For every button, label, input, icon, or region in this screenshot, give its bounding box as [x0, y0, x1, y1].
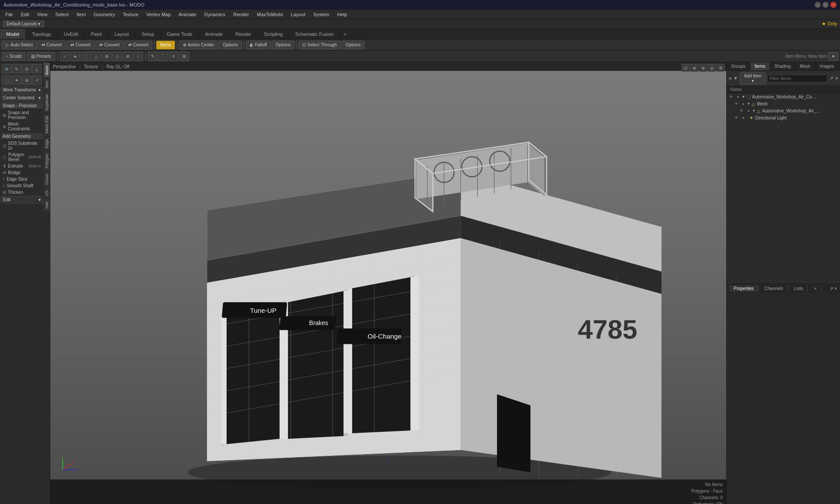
sculpt-tool-10[interactable]: ⌒ — [158, 52, 168, 61]
rpanel-tab-items[interactable]: Items — [750, 62, 770, 70]
rpanel-tab-mesh[interactable]: Mesh — [795, 62, 815, 70]
filter-icon[interactable]: ▼ — [733, 75, 738, 81]
rpanel-tab-images[interactable]: Images — [815, 62, 839, 70]
snaps-precision-button[interactable]: ⊞ Snaps and Precision — [1, 109, 43, 121]
item-expand-icon-1[interactable]: ▾ — [742, 94, 745, 99]
minimize-button[interactable]: − — [815, 2, 821, 8]
item-vis-2[interactable]: 👁 — [734, 101, 739, 106]
vtab-edge[interactable]: Edge — [44, 136, 50, 151]
btab-properties[interactable]: Properties — [729, 285, 759, 292]
vtab-item[interactable]: Item — [44, 77, 50, 91]
vtab-mesh-edit[interactable]: Mesh Edit — [44, 113, 50, 136]
tab-add-button[interactable]: + — [340, 29, 350, 39]
tab-schematic-fusion[interactable]: Schematic Fusion — [289, 29, 340, 39]
menu-render[interactable]: Render — [230, 11, 252, 18]
item-workshop-mesh[interactable]: 👁 ● ▾ △ Automotive_Workshop_Air_Conditio… — [737, 107, 840, 114]
close-button[interactable]: × — [830, 2, 836, 8]
convert4-button[interactable]: ⇄ Convert — [124, 41, 152, 49]
sculpt-tool-8[interactable]: ↕ — [133, 52, 143, 61]
tool-select3[interactable]: ⊛ — [22, 75, 32, 85]
sculpt-tool-11[interactable]: ≡ — [169, 52, 178, 61]
tool-move[interactable]: ⊕ — [2, 64, 11, 74]
sculpt-button[interactable]: ○ Sculpt — [2, 52, 26, 61]
vtab-duplicate[interactable]: Duplicate — [44, 91, 50, 113]
items-close-icon[interactable]: × — [835, 75, 838, 81]
sculpt-tool-7[interactable]: ⊗ — [123, 52, 133, 61]
item-expand-icon-2[interactable]: ▾ — [748, 102, 750, 106]
sculpt-tool-12[interactable]: ⊞ — [179, 52, 189, 61]
extrude-button[interactable]: ⬆ Extrude Shift+X — [1, 163, 43, 169]
vtab-polygon[interactable]: Polygon — [44, 151, 50, 171]
tool-scale[interactable]: ⊟ — [22, 64, 32, 74]
item-render-1[interactable]: ● — [735, 94, 741, 99]
sds-subdivide-button[interactable]: ⊡ SDS Subdivide 2x — [1, 140, 43, 151]
menu-help[interactable]: Help — [334, 11, 351, 18]
sculpt-tool-4[interactable]: △ — [91, 52, 101, 61]
vtab-hair[interactable]: Hair — [44, 198, 50, 211]
vp-tool-fit[interactable]: ⊗ — [699, 64, 707, 72]
vp-tool-frame[interactable]: ⊡ — [682, 64, 690, 72]
sculpt-tool-3[interactable]: ⬚ — [81, 52, 91, 61]
viewport-3d[interactable]: Tune-UP Brakes Oil-Change 4785 — [50, 71, 726, 504]
menu-file[interactable]: File — [2, 11, 17, 18]
btab-add[interactable]: + — [809, 285, 821, 292]
item-expand-icon-3[interactable]: ▾ — [753, 108, 755, 113]
thicken-button[interactable]: ⊞ Thicken — [1, 189, 43, 196]
tab-topology[interactable]: Topology — [26, 29, 58, 39]
btab-channels[interactable]: Channels — [760, 285, 788, 292]
more-transforms-button[interactable]: More Transforms ▾ — [1, 86, 43, 94]
presets-button[interactable]: ▤ Presets — [27, 52, 55, 61]
vtab-uv[interactable]: UV — [44, 187, 50, 199]
default-layouts-button[interactable]: Default Layouts ▾ — [3, 21, 44, 27]
item-render-2[interactable]: ● — [741, 101, 746, 106]
sculpt-tool-5[interactable]: ⊕ — [102, 52, 112, 61]
tool-rotate[interactable]: ↻ — [12, 64, 21, 74]
tab-render[interactable]: Render — [229, 29, 258, 39]
tab-model[interactable]: Model — [0, 29, 26, 39]
maximize-button[interactable]: □ — [822, 2, 829, 8]
tool-transform[interactable]: △ — [32, 64, 42, 74]
btab-lists[interactable]: Lists — [790, 285, 808, 292]
tab-animate[interactable]: Animate — [199, 29, 229, 39]
snaps-section-header[interactable]: Snaps - Precision — [1, 102, 43, 109]
menu-layout[interactable]: Layout — [287, 11, 309, 18]
action-center-button[interactable]: ⊕ Action Center — [179, 41, 218, 49]
item-menu-dropdown[interactable]: ▾ — [828, 52, 838, 61]
menu-animate[interactable]: Animate — [175, 11, 200, 18]
item-render-4[interactable]: ● — [741, 115, 746, 120]
sculpt-tool-6[interactable]: ◇ — [112, 52, 122, 61]
tab-game-tools[interactable]: Game Tools — [161, 29, 199, 39]
menu-select[interactable]: Select — [52, 11, 72, 18]
item-render-3[interactable]: ● — [746, 108, 751, 113]
tool-select4[interactable]: ↗ — [32, 75, 42, 85]
mesh-constraints-button[interactable]: ⊗ Mesh Constraints — [1, 121, 43, 132]
tab-setup[interactable]: Setup — [136, 29, 161, 39]
vp-tool-zoom[interactable]: ⊕ — [690, 64, 698, 72]
center-selected-button[interactable]: Center Selected ▾ — [1, 94, 43, 102]
edge-slice-button[interactable]: ⌇ Edge Slice — [1, 176, 43, 182]
edit-dropdown-button[interactable]: Edit ▾ — [1, 196, 43, 203]
options2-button[interactable]: Options — [272, 41, 294, 49]
tab-scripting[interactable]: Scripting — [258, 29, 289, 39]
vtab-curve[interactable]: Curve — [44, 171, 50, 187]
item-scene-root[interactable]: 👁 ● ▾ ⬚ Automotive_Workshop_Air_Conditio… — [727, 93, 840, 100]
vtab-basic[interactable]: Basic — [44, 62, 50, 77]
select-through-button[interactable]: ⊡ Select Through — [298, 41, 341, 49]
polygon-bevel-button[interactable]: ⬡ Polygon Bevel Shift+B — [1, 151, 43, 163]
items-expand-icon[interactable]: ↗ — [829, 75, 833, 81]
vp-tool-settings[interactable]: ⚙ — [717, 64, 724, 72]
bpanel-close-icon[interactable]: × — [834, 286, 837, 292]
tool-select1[interactable]: ⬚ — [2, 75, 11, 85]
menu-item[interactable]: Item — [73, 11, 89, 18]
bridge-button[interactable]: ⇌ Bridge — [1, 169, 43, 176]
convert2-button[interactable]: ⇄ Convert — [66, 41, 94, 49]
menu-dynamics[interactable]: Dynamics — [201, 11, 229, 18]
sculpt-tool-9[interactable]: ✎ — [148, 52, 158, 61]
sculpt-tool-1[interactable]: ○ — [60, 52, 70, 61]
filter-items-input[interactable] — [767, 75, 827, 82]
item-mesh-child[interactable]: 👁 ● ▾ △ Mesh — [732, 100, 840, 107]
viewport[interactable]: Perspective | Texture | Ray GL: Off ⊡ ⊕ … — [50, 62, 726, 504]
item-vis-1[interactable]: 👁 — [728, 94, 734, 99]
menu-view[interactable]: View — [34, 11, 51, 18]
convert3-button[interactable]: ⇄ Convert — [95, 41, 123, 49]
